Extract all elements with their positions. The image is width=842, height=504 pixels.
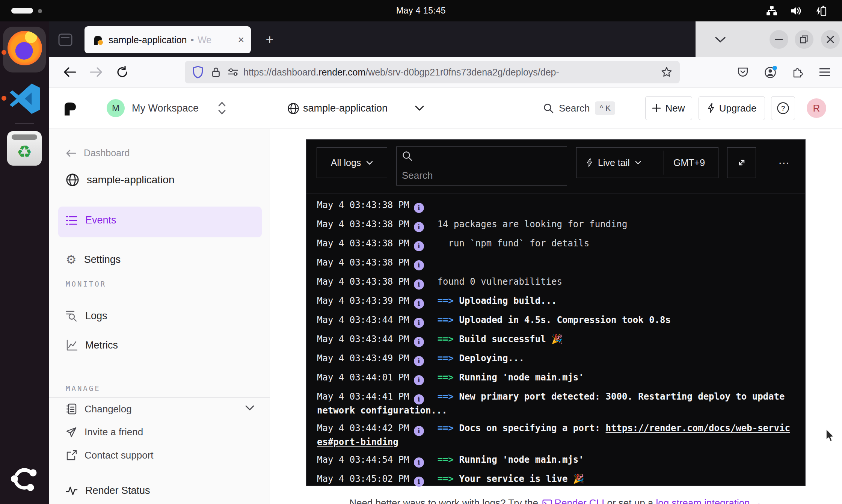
upgrade-button[interactable]: Upgrade — [699, 96, 765, 120]
sidebar-divider — [49, 397, 270, 398]
log-line: May 4 03:43:44 PMi==> Build successful 🎉 — [317, 333, 794, 347]
network-icon[interactable] — [766, 5, 777, 17]
new-button[interactable]: New — [645, 96, 692, 120]
external-link-icon — [66, 450, 77, 461]
battery-charging-icon[interactable] — [814, 5, 827, 17]
pocket-icon[interactable] — [732, 57, 754, 87]
sidebar-item-logs[interactable]: Logs — [66, 310, 107, 322]
trash-icon[interactable]: ♻ — [7, 131, 42, 166]
log-message: Running 'node main.mjs' — [459, 372, 584, 383]
log-message: Deploying... — [459, 353, 524, 364]
log-arrow-prefix: ==> — [438, 372, 459, 383]
terminal-icon — [542, 499, 552, 504]
browser-tab[interactable]: sample-application • We × — [85, 26, 251, 53]
app-header: M My Workspace sample-application Search… — [49, 88, 842, 129]
service-chevron-down-icon[interactable] — [415, 106, 424, 111]
sidebar-item-invite[interactable]: Invite a friend — [66, 426, 143, 438]
log-line: May 4 03:44:42 PMi==> Docs on specifying… — [317, 422, 794, 448]
search-shortcut-chip: ^ K — [595, 101, 615, 115]
tab-bar: sample-application • We × + — [49, 21, 842, 57]
expand-logs-button[interactable] — [727, 147, 756, 178]
workspace-updown-chevron-icon[interactable] — [217, 101, 227, 115]
log-message: Your service is live 🎉 — [459, 474, 584, 484]
render-logo[interactable] — [62, 100, 78, 116]
firefox-icon[interactable] — [8, 31, 42, 65]
sidebar-item-changelog[interactable]: Changelog — [66, 403, 132, 415]
log-timestamp: May 4 03:43:39 PM — [317, 296, 409, 306]
globe-icon — [287, 103, 299, 115]
info-icon: i — [414, 394, 424, 404]
url-bar[interactable]: https://dashboard.render.com/web/srv-d0b… — [185, 61, 680, 83]
log-arrow-prefix: ==> — [438, 353, 459, 364]
extensions-puzzle-icon[interactable] — [786, 57, 809, 87]
log-arrow-prefix: ==> — [438, 423, 459, 433]
system-clock[interactable]: May 4 15:45 — [0, 0, 842, 21]
account-icon[interactable] — [759, 57, 782, 87]
log-more-menu[interactable]: ⋯ — [774, 147, 795, 178]
log-timestamp: May 4 03:44:41 PM — [317, 391, 409, 402]
sidebar-item-metrics[interactable]: Metrics — [66, 339, 118, 351]
lock-icon[interactable] — [211, 66, 221, 78]
back-icon[interactable] — [59, 57, 81, 87]
vscode-icon[interactable] — [8, 81, 41, 115]
sidebar-item-contact[interactable]: Contact support — [66, 450, 154, 461]
log-line: May 4 03:43:39 PMi==> Uploading build... — [317, 295, 794, 309]
arrow-left-icon — [66, 149, 76, 157]
sidebar-back-dashboard[interactable]: Dashboard — [66, 148, 130, 158]
tab-close-icon[interactable]: × — [238, 35, 244, 45]
timezone-label: GMT+9 — [673, 157, 705, 168]
restore-button[interactable] — [795, 30, 813, 49]
new-tab-button[interactable]: + — [261, 31, 278, 48]
sidebar-section-manage: MANAGE — [66, 384, 101, 392]
log-filter-dropdown[interactable]: All logs — [317, 147, 387, 178]
url-text: https://dashboard.render.com/web/srv-d0b… — [243, 67, 559, 78]
menu-hamburger-icon[interactable] — [813, 57, 836, 87]
reload-icon[interactable] — [111, 57, 134, 87]
log-arrow-prefix: ==> — [438, 474, 459, 484]
search-icon — [402, 151, 412, 161]
log-timestamp: May 4 03:43:38 PM — [317, 219, 409, 229]
workspace-avatar[interactable]: M — [107, 99, 125, 117]
sidebar-service-name[interactable]: sample-application — [66, 173, 174, 187]
log-message: run `npm fund` for details — [438, 238, 590, 249]
permissions-icon[interactable] — [228, 67, 239, 77]
forward-icon[interactable] — [85, 57, 107, 87]
changelog-chevron-down-icon[interactable] — [245, 405, 254, 410]
help-button[interactable]: ? — [771, 96, 795, 120]
list-all-tabs-chevron-icon[interactable] — [712, 33, 729, 46]
log-message: 14 packages are looking for funding — [438, 219, 628, 229]
log-timestamp: May 4 03:43:38 PM — [317, 200, 409, 210]
global-search[interactable]: Search ^ K — [543, 88, 615, 129]
tracking-shield-icon[interactable] — [192, 66, 204, 78]
log-timestamp: May 4 03:44:54 PM — [317, 454, 409, 465]
close-window-button[interactable] — [821, 30, 840, 49]
log-stream-integration-link[interactable]: log stream integration → — [656, 497, 762, 504]
minimize-button[interactable] — [770, 30, 788, 49]
log-message: Docs on specifying a port: — [459, 423, 605, 433]
sidebar-section-monitor: MONITOR — [66, 280, 106, 288]
recycle-symbol-icon: ♻ — [17, 143, 32, 160]
events-list-icon — [66, 215, 78, 226]
tab-subtitle-truncated: We — [198, 35, 211, 45]
sidebar-item-render-status[interactable]: Render Status — [66, 485, 150, 496]
render-cli-link[interactable]: Render CLI — [554, 497, 604, 504]
bookmark-star-icon[interactable] — [661, 66, 672, 78]
workspace-selector[interactable]: My Workspace — [132, 88, 199, 129]
volume-icon[interactable] — [789, 5, 802, 17]
sidebar-item-settings[interactable]: ⚙ Settings — [66, 254, 121, 266]
firefox-view-icon[interactable] — [57, 32, 74, 48]
toolbar-divider — [306, 193, 805, 193]
live-tail-timezone-group[interactable]: Live tail GMT+9 — [576, 147, 718, 178]
log-timestamp: May 4 03:45:02 PM — [317, 474, 409, 484]
ubuntu-show-apps-icon[interactable] — [10, 464, 39, 493]
service-selector[interactable]: sample-application — [303, 88, 388, 129]
group-divider — [664, 151, 664, 175]
firefox-running-dot — [2, 50, 6, 55]
sidebar-item-events[interactable]: Events — [66, 214, 116, 226]
tab-separator: • — [190, 35, 194, 45]
user-avatar[interactable]: R — [807, 98, 826, 118]
log-line: May 4 03:43:38 PMi14 packages are lookin… — [317, 218, 794, 232]
info-icon: i — [414, 203, 424, 213]
log-search-input[interactable]: Search — [396, 146, 567, 186]
send-icon — [66, 427, 77, 438]
